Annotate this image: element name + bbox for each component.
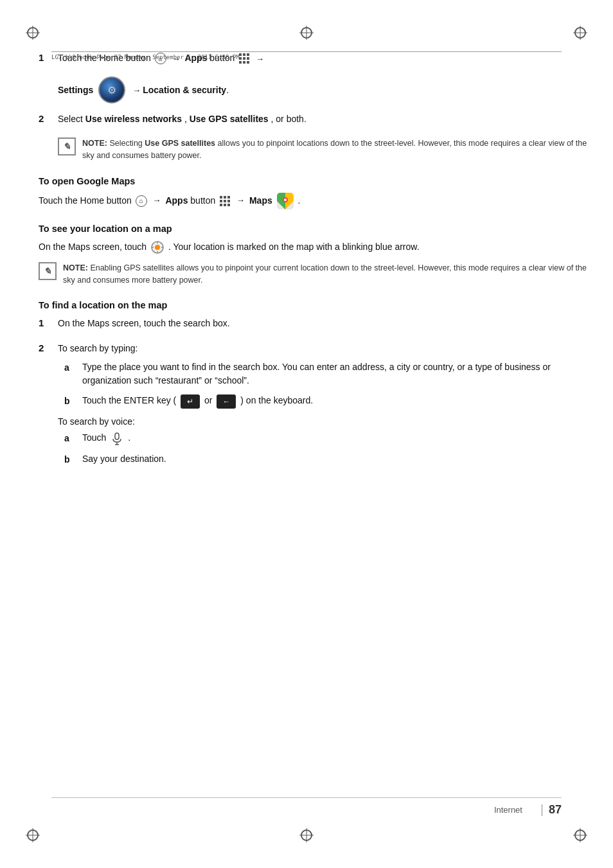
voice-intro: To search by voice: (58, 415, 587, 429)
svg-rect-17 (227, 204, 230, 206)
page-footer: Internet 87 (51, 797, 562, 817)
svg-rect-9 (220, 196, 222, 199)
section-heading-maps: To open Google Maps (39, 176, 587, 186)
step2-select: Select (58, 114, 85, 124)
svg-rect-14 (227, 200, 230, 202)
reg-mark-bm (301, 829, 312, 841)
sub-b-content: Touch the ENTER key ( ↵ or ← ) on the ke… (82, 394, 587, 408)
security-period: . (226, 85, 229, 95)
reg-mark-bl (27, 829, 39, 841)
apps-icon-2 (219, 195, 231, 207)
note-icon-1: ✎ (58, 137, 76, 155)
sub-b-after: ) on the keyboard. (240, 395, 313, 405)
sub-b-label: b (64, 394, 82, 408)
note1-bold: Use GPS satellites (145, 139, 215, 148)
sub-step-a: a Type the place you want to find in the… (64, 360, 587, 387)
note-2-text: NOTE: Enabling GPS satellites allows you… (63, 262, 587, 287)
page-content: 1 Touch the Home button → Apps button (0, 51, 613, 473)
sub-step-b2: b Say your destination. (64, 452, 587, 466)
step2-end: , or both. (271, 114, 306, 124)
step-2: 2 Select Use wireless networks , Use GPS… (39, 112, 587, 126)
sub-b-or: or (204, 395, 215, 405)
comma: , (184, 114, 190, 124)
enter-key-1: ↵ (181, 394, 200, 409)
step-2-content: Select Use wireless networks , Use GPS s… (58, 112, 587, 126)
note-1-text: NOTE: Selecting Use GPS satellites allow… (82, 137, 587, 162)
find-step-2-num: 2 (39, 342, 58, 353)
sub-a2-content: Touch . (82, 431, 587, 445)
section-heading-find: To find a location on the map (39, 300, 587, 310)
home-icon (155, 53, 166, 64)
svg-rect-12 (220, 200, 222, 202)
reg-mark-br (574, 829, 586, 841)
svg-rect-3 (239, 57, 242, 60)
gps-label: Use GPS satellites (190, 114, 269, 124)
location-dot-icon (150, 240, 164, 254)
svg-rect-4 (243, 57, 245, 60)
touch-period: . (128, 432, 130, 443)
note1-selecting: Selecting (109, 139, 145, 148)
settings-arrow: → (132, 85, 141, 95)
open-maps-apps: Apps (165, 195, 188, 205)
sub-a-label: a (64, 360, 82, 387)
find-step-1: 1 On the Maps screen, touch the search b… (39, 317, 587, 330)
wireless-label: Use wireless networks (85, 114, 182, 124)
section-heading-location: To see your location on a map (39, 224, 587, 234)
home-icon-2 (136, 195, 147, 207)
period: . (298, 195, 301, 205)
location-text-before: On the Maps screen, touch (39, 242, 147, 252)
note-icon-2: ✎ (39, 262, 57, 280)
open-maps-btn: button (190, 195, 218, 205)
note2-rest: Enabling GPS satellites allows you to pi… (63, 263, 587, 285)
footer-page-num: 87 (549, 803, 562, 817)
touch-label: Touch (82, 432, 106, 443)
svg-rect-5 (247, 57, 249, 60)
sub-b2-label: b (64, 452, 82, 466)
microphone-icon (111, 432, 123, 446)
security-label: Location & security (143, 85, 226, 95)
svg-rect-29 (115, 433, 119, 439)
reg-mark-tm (301, 27, 312, 39)
note-1: ✎ NOTE: Selecting Use GPS satellites all… (58, 137, 587, 162)
svg-rect-16 (224, 204, 226, 206)
location-para: On the Maps screen, touch . Your locatio… (39, 240, 587, 254)
maps-label: Maps (249, 195, 272, 205)
sub-b-before: Touch the ENTER key ( (82, 395, 176, 405)
header-bar: LG7_bk0.book Page 87 Monday, September 5… (51, 51, 562, 60)
svg-rect-7 (243, 61, 245, 64)
open-maps-touch: Touch the Home button (39, 195, 134, 205)
svg-rect-13 (224, 200, 226, 202)
sub-a2-label: a (64, 431, 82, 445)
sub-step-b: b Touch the ENTER key ( ↵ or ← ) on the … (64, 394, 587, 408)
svg-rect-6 (239, 61, 242, 64)
svg-rect-8 (247, 61, 249, 64)
step-2-number: 2 (39, 112, 58, 124)
settings-block: Settings → Location & security . (58, 76, 587, 103)
svg-point-24 (155, 245, 160, 250)
find-step-2-content: To search by typing: a Type the place yo… (58, 342, 587, 472)
settings-icon-large (98, 76, 125, 103)
sub-step-a2: a Touch . (64, 431, 587, 445)
footer-category: Internet (494, 805, 522, 815)
header-file-info: LG7_bk0.book Page 87 Monday, September 5… (51, 54, 240, 60)
apps-icon (238, 53, 250, 64)
find-step-1-num: 1 (39, 317, 58, 328)
svg-rect-1 (243, 53, 245, 56)
find-step-1-content: On the Maps screen, touch the search box… (58, 317, 587, 330)
svg-rect-2 (247, 53, 249, 56)
maps-app-icon (277, 193, 294, 209)
footer-separator (542, 804, 542, 816)
reg-mark-tr (574, 27, 586, 39)
reg-mark-tl (27, 27, 39, 39)
svg-rect-10 (224, 196, 226, 199)
enter-key-2: ← (217, 394, 236, 409)
svg-point-22 (284, 199, 287, 201)
location-text-after: . Your location is marked on the map wit… (168, 242, 420, 252)
sub-b2-content: Say your destination. (82, 452, 587, 466)
find-step2-text: To search by typing: (58, 343, 138, 353)
settings-label: Settings (58, 85, 93, 95)
open-maps-arrow1: → (153, 194, 161, 207)
note2-label: NOTE: (63, 263, 88, 272)
sub-a-content: Type the place you want to find in the s… (82, 360, 587, 387)
svg-rect-0 (239, 53, 242, 56)
